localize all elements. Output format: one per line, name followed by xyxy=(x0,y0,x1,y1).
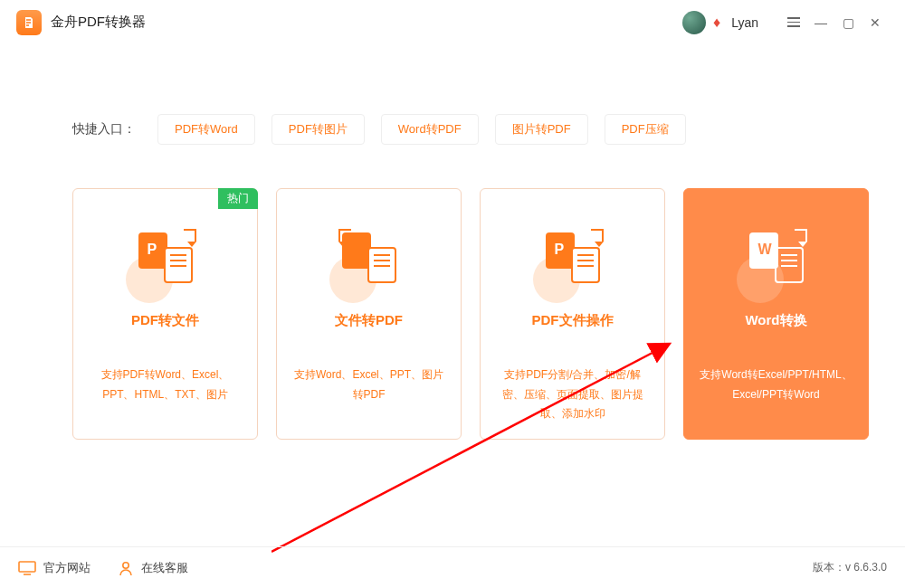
card-pdf-to-file[interactable]: 热门 P PDF转文件 支持PDF转Word、Excel、PPT、HTML、TX… xyxy=(72,188,258,440)
customer-service-label: 在线客服 xyxy=(141,560,188,576)
card-pdf-operations[interactable]: P PDF文件操作 支持PDF分割/合并、加密/解密、压缩、页面提取、图片提取、… xyxy=(480,188,665,440)
svg-rect-1 xyxy=(19,562,35,572)
quick-pdf-to-word[interactable]: PDF转Word xyxy=(157,114,255,145)
maximize-button[interactable]: ▢ xyxy=(834,9,862,36)
username[interactable]: Lyan xyxy=(731,15,758,30)
feature-cards: 热门 P PDF转文件 支持PDF转Word、Excel、PPT、HTML、TX… xyxy=(72,188,905,440)
minimize-button[interactable]: — xyxy=(807,9,834,36)
avatar[interactable] xyxy=(682,11,706,34)
svg-point-3 xyxy=(123,562,129,567)
customer-service-link[interactable]: 在线客服 xyxy=(118,560,188,576)
official-site-label: 官方网站 xyxy=(43,560,90,576)
menu-icon[interactable] xyxy=(780,9,807,36)
card-desc: 支持PDF转Word、Excel、PPT、HTML、TXT、图片 xyxy=(73,365,257,404)
card-desc: 支持Word转Excel/PPT/HTML、Excel/PPT转Word xyxy=(684,365,868,404)
quick-label: 快捷入口： xyxy=(72,121,136,138)
vip-icon[interactable]: ♦ xyxy=(713,14,720,31)
card-title: Word转换 xyxy=(745,312,806,329)
footer: 官方网站 在线客服 版本：v 6.6.3.0 xyxy=(0,546,905,588)
app-title: 金舟PDF转换器 xyxy=(51,14,146,31)
pdf-to-file-icon: P xyxy=(138,231,193,285)
card-file-to-pdf[interactable]: 文件转PDF 支持Word、Excel、PPT、图片转PDF xyxy=(276,188,462,440)
card-desc: 支持PDF分割/合并、加密/解密、压缩、页面提取、图片提取、添加水印 xyxy=(481,365,664,424)
monitor-icon xyxy=(18,561,36,575)
headset-icon xyxy=(118,560,134,576)
close-button[interactable]: ✕ xyxy=(862,9,889,36)
quick-pdf-compress[interactable]: PDF压缩 xyxy=(605,114,686,145)
title-bar: 金舟PDF转换器 ♦ Lyan — ▢ ✕ xyxy=(0,0,905,45)
card-title: 文件转PDF xyxy=(335,312,403,329)
quick-access-row: 快捷入口： PDF转Word PDF转图片 Word转PDF 图片转PDF PD… xyxy=(72,114,905,145)
version-text: 版本：v 6.6.3.0 xyxy=(813,560,887,575)
card-word-convert[interactable]: W Word转换 支持Word转Excel/PPT/HTML、Excel/PPT… xyxy=(683,188,869,440)
file-to-pdf-icon xyxy=(342,231,396,285)
official-site-link[interactable]: 官方网站 xyxy=(18,560,90,576)
quick-image-to-pdf[interactable]: 图片转PDF xyxy=(495,114,588,145)
hot-badge: 热门 xyxy=(218,188,258,209)
word-convert-icon: W xyxy=(749,231,804,285)
pdf-ops-icon: P xyxy=(546,231,600,285)
card-desc: 支持Word、Excel、PPT、图片转PDF xyxy=(277,365,461,404)
quick-word-to-pdf[interactable]: Word转PDF xyxy=(381,114,479,145)
app-logo-icon xyxy=(16,10,42,35)
card-title: PDF转文件 xyxy=(131,312,199,329)
card-title: PDF文件操作 xyxy=(532,312,614,329)
quick-pdf-to-image[interactable]: PDF转图片 xyxy=(272,114,365,145)
